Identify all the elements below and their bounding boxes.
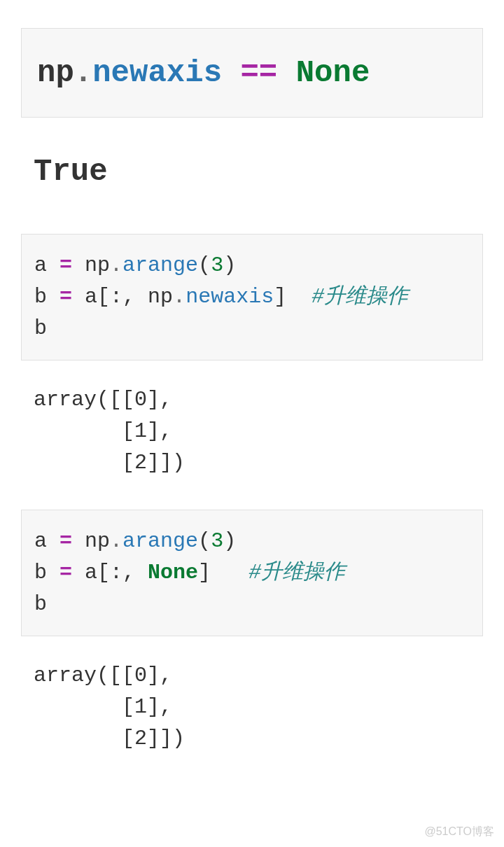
code-token: b bbox=[34, 316, 47, 340]
code-token: ) bbox=[223, 253, 236, 277]
code-token: b bbox=[34, 561, 59, 584]
code-token: np bbox=[37, 55, 74, 90]
code-cell-1: np.newaxis == None bbox=[21, 28, 483, 118]
output-2: array([[0], [1], [2]]) bbox=[21, 384, 483, 479]
code-token: 3 bbox=[211, 253, 223, 277]
code-token: ] bbox=[274, 285, 286, 309]
code-cell-2: a = np.arange(3) b = a[:, np.newaxis] #升… bbox=[21, 234, 483, 360]
code-comment: #升维操作 bbox=[312, 285, 408, 309]
code-token: :, bbox=[110, 285, 148, 309]
code-token bbox=[72, 285, 85, 309]
output-1: True bbox=[21, 148, 483, 195]
code-token: :, bbox=[110, 561, 148, 584]
code-token: [ bbox=[97, 561, 110, 584]
code-token: newaxis bbox=[92, 55, 222, 90]
code-token: None bbox=[296, 55, 370, 90]
code-token: newaxis bbox=[186, 285, 274, 309]
code-token bbox=[72, 561, 85, 584]
code-token: 3 bbox=[211, 529, 223, 553]
code-token: = bbox=[59, 253, 72, 277]
code-token: np bbox=[85, 253, 110, 277]
code-token: . bbox=[173, 285, 186, 309]
code-token bbox=[286, 285, 312, 309]
code-token: arange bbox=[122, 253, 198, 277]
code-token: b bbox=[34, 285, 59, 309]
code-token: a bbox=[34, 529, 59, 553]
code-token: b bbox=[34, 592, 47, 616]
code-token: ] bbox=[198, 561, 211, 584]
code-token: None bbox=[148, 561, 198, 584]
code-token: arange bbox=[122, 529, 198, 553]
code-token: == bbox=[222, 55, 296, 90]
code-token: = bbox=[59, 561, 72, 584]
code-cell-3: a = np.arange(3) b = a[:, None] #升维操作 b bbox=[21, 510, 483, 636]
output-3: array([[0], [1], [2]]) bbox=[21, 660, 483, 755]
code-token: ) bbox=[223, 529, 236, 553]
watermark: @51CTO博客 bbox=[424, 823, 494, 840]
code-token: np bbox=[85, 529, 110, 553]
code-comment: #升维操作 bbox=[248, 561, 345, 584]
notebook-container: np.newaxis == None True a = np.arange(3)… bbox=[0, 0, 504, 755]
code-token: a bbox=[85, 561, 97, 584]
code-token: ( bbox=[198, 529, 211, 553]
code-token: a bbox=[85, 285, 97, 309]
code-token: = bbox=[59, 285, 72, 309]
code-token: [ bbox=[97, 285, 110, 309]
code-token: . bbox=[110, 253, 122, 277]
code-token bbox=[211, 561, 248, 584]
code-token: ( bbox=[198, 253, 211, 277]
code-token: . bbox=[74, 55, 92, 90]
code-token: . bbox=[110, 529, 122, 553]
code-token bbox=[72, 529, 85, 553]
code-token bbox=[72, 253, 85, 277]
code-token: = bbox=[59, 529, 72, 553]
code-token: np bbox=[148, 285, 173, 309]
code-token: a bbox=[34, 253, 59, 277]
